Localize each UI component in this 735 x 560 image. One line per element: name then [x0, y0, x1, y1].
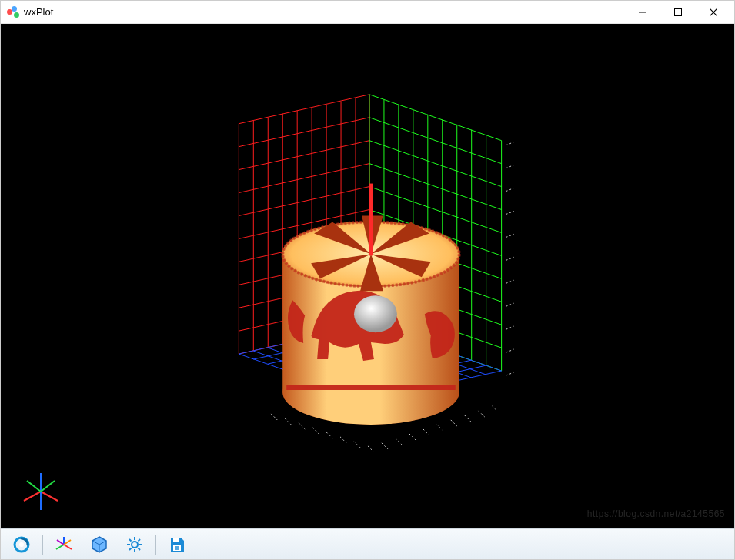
svg-line-7: [239, 164, 369, 193]
plot-canvas[interactable]: https://blog.csdn.net/a2145565: [1, 24, 734, 528]
svg-line-47: [506, 165, 514, 168]
svg-line-103: [41, 481, 55, 492]
svg-line-121: [129, 539, 132, 542]
svg-line-63: [354, 442, 360, 448]
gear-icon: [125, 535, 144, 554]
titlebar: wxPlot: [1, 1, 734, 24]
axes-toggle-button[interactable]: [48, 532, 80, 558]
svg-rect-125: [173, 538, 179, 542]
svg-line-109: [56, 545, 64, 549]
app-icon: [7, 6, 19, 18]
hexagon-icon: [90, 535, 109, 554]
svg-line-26: [369, 118, 502, 164]
svg-line-102: [27, 481, 41, 492]
svg-line-4: [239, 95, 369, 124]
inner-sphere: [354, 295, 397, 332]
save-icon: [168, 535, 186, 554]
svg-line-110: [57, 540, 64, 545]
svg-line-51: [506, 257, 514, 260]
window-title: wxPlot: [24, 6, 625, 18]
svg-line-46: [506, 142, 514, 145]
svg-rect-126: [173, 545, 181, 551]
svg-line-52: [506, 280, 514, 283]
svg-line-49: [506, 211, 514, 214]
svg-point-116: [132, 542, 138, 548]
svg-line-59: [299, 423, 305, 429]
svg-line-56: [506, 372, 514, 375]
swirl-icon: [12, 535, 31, 554]
toolbar: [1, 528, 734, 559]
save-button[interactable]: [161, 532, 193, 558]
svg-line-57: [271, 414, 277, 420]
shape-button[interactable]: [83, 532, 115, 558]
svg-rect-96: [286, 385, 456, 390]
toolbar-separator: [42, 535, 43, 555]
svg-rect-1: [675, 8, 682, 15]
svg-line-48: [506, 188, 514, 192]
svg-line-99: [41, 492, 58, 501]
svg-line-69: [437, 425, 443, 431]
svg-line-108: [64, 545, 72, 549]
maximize-button[interactable]: [660, 1, 696, 24]
close-button[interactable]: [696, 1, 731, 24]
svg-line-122: [139, 548, 141, 550]
svg-line-62: [340, 437, 346, 443]
svg-line-58: [285, 418, 291, 425]
svg-line-53: [506, 303, 514, 306]
svg-line-28: [369, 164, 502, 210]
svg-line-54: [506, 326, 514, 329]
svg-line-100: [24, 492, 41, 501]
svg-line-6: [239, 141, 369, 170]
svg-line-65: [382, 443, 388, 449]
svg-line-68: [423, 429, 429, 435]
svg-line-8: [239, 187, 369, 216]
svg-line-72: [479, 411, 485, 417]
settings-button[interactable]: [119, 532, 151, 558]
svg-line-66: [396, 438, 402, 445]
svg-line-27: [369, 141, 502, 187]
axis-gizmo-icon: [18, 468, 64, 515]
reset-view-button[interactable]: [5, 532, 38, 558]
axes-star-icon: [55, 535, 73, 554]
svg-line-70: [451, 420, 457, 426]
svg-line-124: [139, 539, 141, 542]
svg-line-71: [465, 415, 471, 422]
svg-line-64: [368, 446, 374, 452]
svg-line-111: [64, 540, 71, 545]
svg-line-67: [409, 434, 416, 440]
toolbar-separator: [155, 535, 156, 555]
minimize-button[interactable]: [625, 1, 660, 24]
scene-3d: [1, 24, 734, 528]
svg-line-73: [493, 406, 499, 412]
app-window: wxPlot: [0, 0, 735, 560]
svg-line-5: [239, 118, 369, 147]
svg-line-123: [129, 548, 132, 550]
svg-line-25: [369, 95, 502, 141]
svg-line-61: [326, 432, 332, 438]
svg-line-60: [312, 428, 319, 434]
svg-line-55: [506, 349, 514, 352]
svg-point-106: [19, 542, 24, 547]
svg-line-50: [506, 234, 514, 237]
